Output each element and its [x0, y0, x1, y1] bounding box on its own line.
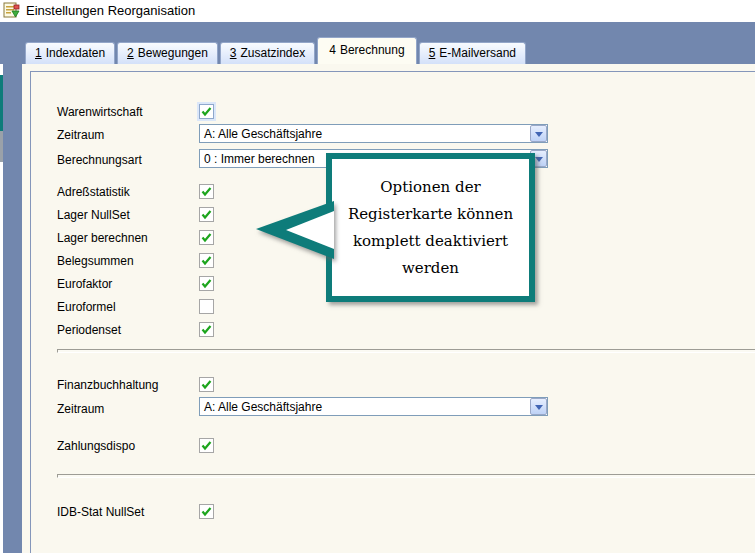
- checkbox-idb-stat-nullset[interactable]: [199, 504, 214, 519]
- selected-value: 0 : Immer berechnen: [204, 151, 315, 167]
- label-finanzbuchhaltung: Finanzbuchhaltung: [57, 378, 158, 392]
- selected-value: A: Alle Geschäftsjahre: [204, 126, 322, 142]
- label-adressstatistik: Adreßstatistik: [57, 185, 130, 199]
- separator: [57, 349, 755, 353]
- window-frame-left: [3, 64, 22, 553]
- dropdown-button[interactable]: [530, 125, 547, 142]
- checkbox-periodenset[interactable]: [199, 322, 214, 337]
- check-icon: [200, 439, 213, 452]
- check-icon: [200, 254, 213, 267]
- zeitraum-2-select[interactable]: A: Alle Geschäftsjahre: [199, 397, 548, 416]
- tab-indexdaten[interactable]: 1Indexdaten: [25, 42, 115, 64]
- checkbox-lager-berechnen[interactable]: [199, 230, 214, 245]
- checkbox-belegsummen[interactable]: [199, 253, 214, 268]
- check-icon: [200, 277, 213, 290]
- tab-label: Zusatzindex: [241, 46, 306, 60]
- checkbox-finanzbuchhaltung[interactable]: [199, 377, 214, 392]
- label-euroformel: Euroformel: [57, 300, 116, 314]
- label-lager-berechnen: Lager berechnen: [57, 231, 148, 245]
- zeitraum-1-select[interactable]: A: Alle Geschäftsjahre: [199, 124, 548, 143]
- checkbox-euroformel[interactable]: [199, 299, 214, 314]
- label-idb-stat-nullset: IDB-Stat NullSet: [57, 505, 144, 519]
- tab-number: 4: [329, 43, 336, 57]
- label-lager-nullset: Lager NullSet: [57, 208, 130, 222]
- label-zeitraum-1: Zeitraum: [57, 128, 104, 142]
- label-zeitraum-2: Zeitraum: [57, 402, 104, 416]
- separator: [57, 474, 755, 478]
- dropdown-button[interactable]: [530, 398, 547, 415]
- checkbox-warenwirtschaft[interactable]: [199, 104, 214, 119]
- tab-number: 2: [127, 46, 134, 60]
- annotation-text: Optionen der Registerkarte können komple…: [332, 159, 529, 282]
- check-icon: [200, 105, 213, 118]
- window-title: Einstellungen Reorganisation: [26, 3, 195, 18]
- label-berechnungsart: Berechnungsart: [57, 153, 142, 167]
- checkbox-eurofaktor[interactable]: [199, 276, 214, 291]
- tab-strip: 1Indexdaten 2Bewegungen 3Zusatzindex 4Be…: [25, 37, 528, 64]
- checkbox-zahlungsdispo[interactable]: [199, 438, 214, 453]
- chevron-down-icon: [535, 157, 543, 162]
- edge-artifact-teal: [0, 75, 3, 131]
- annotation-callout-tail: [254, 199, 334, 261]
- tab-zusatzindex[interactable]: 3Zusatzindex: [220, 42, 315, 64]
- chevron-down-icon: [535, 405, 543, 410]
- check-icon: [200, 378, 213, 391]
- tab-label: Berechnung: [340, 43, 405, 57]
- tab-berechnung[interactable]: 4Berechnung: [317, 37, 416, 64]
- checkbox-lager-nullset[interactable]: [199, 207, 214, 222]
- checkbox-adressstatistik[interactable]: [199, 184, 214, 199]
- check-icon: [200, 505, 213, 518]
- selected-value: A: Alle Geschäftsjahre: [204, 399, 322, 415]
- tab-number: 1: [35, 46, 42, 60]
- tab-label: E-Mailversand: [439, 46, 516, 60]
- label-periodenset: Periodenset: [57, 323, 121, 337]
- settings-window: Einstellungen Reorganisation 1Indexdaten…: [0, 0, 755, 553]
- edge-artifact-gray: [0, 131, 3, 162]
- chevron-down-icon: [535, 132, 543, 137]
- check-icon: [200, 185, 213, 198]
- tab-label: Indexdaten: [46, 46, 105, 60]
- check-icon: [200, 208, 213, 221]
- tab-label: Bewegungen: [138, 46, 208, 60]
- tab-bewegungen[interactable]: 2Bewegungen: [117, 42, 218, 64]
- app-icon: [3, 2, 20, 19]
- check-icon: [200, 231, 213, 244]
- tab-emailversand[interactable]: 5E-Mailversand: [419, 42, 526, 64]
- label-eurofaktor: Eurofaktor: [57, 277, 112, 291]
- label-warenwirtschaft: Warenwirtschaft: [57, 105, 143, 119]
- tab-number: 3: [230, 46, 237, 60]
- content-groupbox: [30, 71, 755, 553]
- annotation-callout: Optionen der Registerkarte können komple…: [326, 153, 535, 302]
- tab-number: 5: [429, 46, 436, 60]
- title-bar: Einstellungen Reorganisation: [0, 0, 755, 22]
- label-belegsummen: Belegsummen: [57, 254, 134, 268]
- check-icon: [200, 323, 213, 336]
- label-zahlungsdispo: Zahlungsdispo: [57, 439, 135, 453]
